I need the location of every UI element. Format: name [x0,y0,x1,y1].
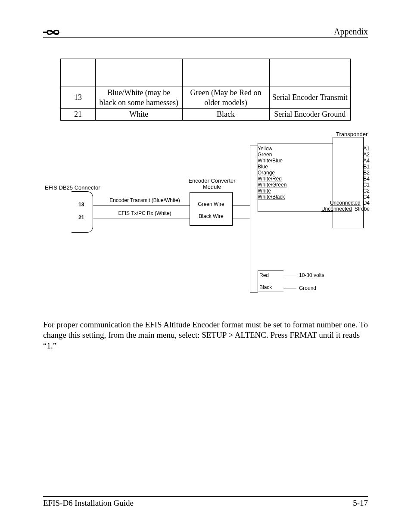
page-footer: EFIS-D6 Installation Guide 5-17 [43,496,368,508]
pin-13-label: 13 [78,202,84,208]
encoder-module-box: Green Wire Black Wire [190,192,233,226]
wire-line [233,218,250,218]
table-cell: White [95,109,182,121]
wire-line [93,205,190,205]
table-cell [61,59,96,87]
footer-right: 5-17 [353,498,368,508]
table-row [61,59,351,87]
xpond-row: UnconnectedD4 [258,200,370,206]
transponder-title: Transponder [336,131,367,137]
xpond-row: UnconnectedStrobe [258,206,370,212]
table-row: 21 White Black Serial Encoder Ground [61,109,351,121]
table-cell [95,59,182,87]
table-cell: Green (May be Red on older models) [182,87,269,109]
wire-line [250,292,258,292]
module-green-label: Green Wire [190,201,232,207]
wire-table: 13 Blue/White (may be black on some harn… [60,59,351,121]
xpond-row: WhiteC2 [258,188,370,194]
table-cell: 13 [61,87,96,109]
module-black-label: Black Wire [190,213,232,219]
wire-line [283,289,296,289]
body-paragraph: For proper communication the EFIS Altitu… [43,320,368,352]
power-volts-label: 10-30 volts [299,272,324,278]
logo-icon [43,28,63,37]
table-row: 13 Blue/White (may be black on some harn… [61,87,351,109]
db25-title: EFIS DB25 Connector [45,184,100,191]
power-ground-label: Ground [299,285,316,291]
page-header: Appendix [43,27,368,38]
table-cell: Serial Encoder Transmit [269,87,350,109]
module-title-line1: Encoder Converter [186,177,238,184]
table-cell: 21 [61,109,96,121]
page: Appendix 13 Blue/White (may be black on … [0,0,411,532]
xpond-row: GreenA2 [258,152,370,158]
xpond-row: BlueB1 [258,164,370,170]
xpond-row: White/GreenC1 [258,182,370,188]
xpond-row: White/RedB4 [258,176,370,182]
wire-line [93,218,190,218]
module-title-line2: Module [186,184,238,190]
wiring-diagram: EFIS DB25 Connector 13 21 Encoder Transm… [43,128,368,301]
wire-line [283,276,296,276]
power-red-label: Red [259,272,269,278]
xpond-row: White/BlackC4 [258,194,370,200]
table-cell: Serial Encoder Ground [269,109,350,121]
wire-line [250,146,258,146]
table-cell: Black [182,109,269,121]
xpond-row: YellowA1 [258,146,370,152]
power-black-label: Black [259,284,272,290]
xpond-row: White/BlueA4 [258,158,370,164]
pin-21-label: 21 [78,215,84,221]
table-cell [182,59,269,87]
xpond-row: OrangeB2 [258,170,370,176]
db25-connector-icon [72,191,93,233]
table-cell: Blue/White (may be black on some harness… [95,87,182,109]
wire-line [233,205,250,205]
table-cell [269,59,350,87]
header-section-title: Appendix [334,27,368,37]
footer-left: EFIS-D6 Installation Guide [43,498,134,508]
wire-label: Encoder Transmit (Blue/White) [100,197,190,203]
wire-label: EFIS Tx/PC Rx (White) [100,210,190,216]
transponder-rows: YellowA1 GreenA2 White/BlueA4 BlueB1 Ora… [258,146,370,212]
wire-line [250,146,250,292]
